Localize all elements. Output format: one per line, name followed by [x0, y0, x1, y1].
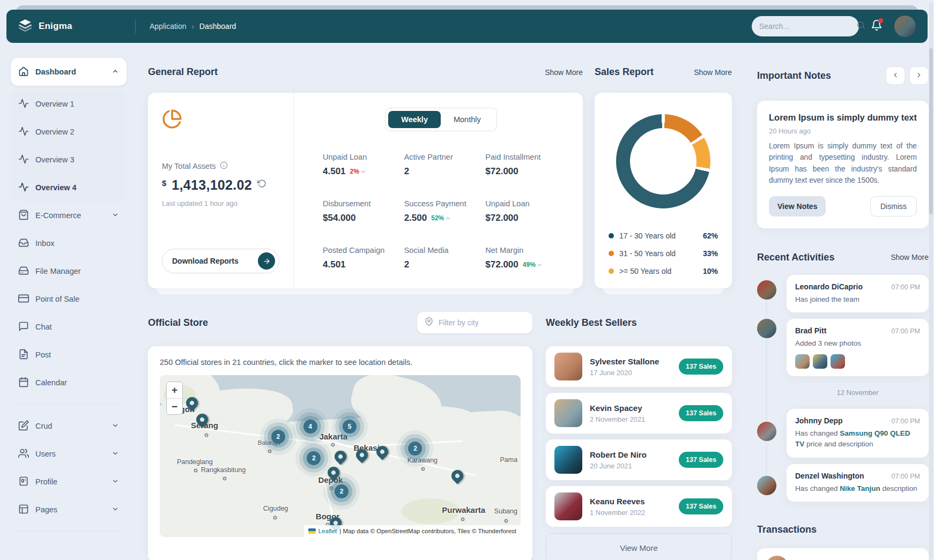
stat-label: Social Media [404, 246, 478, 255]
download-reports-button[interactable]: Download Reports [162, 249, 279, 273]
sidebar-item-file-manager[interactable]: File Manager [11, 257, 127, 285]
profile-avatar[interactable] [894, 16, 916, 37]
sidebar-item-dashboard[interactable]: Dashboard [11, 58, 127, 86]
seller-name: Kevin Spacey [590, 404, 645, 413]
town-marker [505, 519, 508, 522]
zoom-out-button[interactable]: − [167, 398, 182, 414]
cluster-marker[interactable]: 4 [303, 420, 317, 434]
breadcrumb-dashboard[interactable]: Dashboard [199, 22, 236, 31]
scrollbar-thumb[interactable] [929, 48, 933, 214]
best-seller-item[interactable]: Kevin Spacey 2 November 2021 137 Sales [546, 393, 732, 434]
sidebar-divider [16, 531, 121, 532]
sidebar-item-users[interactable]: Users [11, 440, 127, 468]
seller-photo [554, 492, 582, 520]
legend-label: 31 - 50 Years old [619, 249, 698, 258]
avatar [757, 476, 776, 495]
weekly-tab[interactable]: Weekly [388, 111, 441, 128]
sales-badge: 137 Sales [679, 405, 723, 421]
sidebar-item-inbox[interactable]: Inbox [11, 229, 127, 257]
sidebar-item-label: Chat [35, 323, 119, 331]
cluster-marker[interactable]: 2 [271, 430, 285, 444]
legend-dot [609, 251, 614, 256]
leaflet-link[interactable]: Leaflet [318, 528, 337, 534]
filter-by-city-input[interactable] [439, 318, 536, 327]
sidebar-item-chat[interactable]: Chat [11, 313, 127, 341]
stat-label: Unpaid Loan [485, 199, 559, 208]
monthly-tab[interactable]: Monthly [441, 111, 494, 128]
view-more-button[interactable]: View More [546, 533, 732, 560]
sidebar-item-crud[interactable]: Crud [11, 412, 127, 440]
stat-value: $54.000 [323, 213, 355, 223]
sales-report-show-more[interactable]: Show More [694, 68, 732, 77]
sidebar-item-overview-3[interactable]: Overview 3 [11, 146, 127, 174]
notes-prev-button[interactable] [886, 66, 905, 85]
legend-value: 33% [703, 249, 718, 258]
topbar: Enigma Application › Dashboard [6, 10, 928, 43]
trend-up-badge: 52% [431, 214, 451, 222]
sidebar-item-profile[interactable]: Profile [11, 468, 127, 496]
activity-icon [18, 182, 29, 194]
seller-photo [554, 353, 582, 380]
sidebar-overview-group: Overview 1 Overview 2 Overview 3 Overvie… [11, 90, 127, 201]
note-body: Lorem Ipsum is simply dummy text of the … [769, 140, 917, 186]
view-notes-button[interactable]: View Notes [769, 196, 826, 216]
sidebar-item-ecommerce[interactable]: E-Commerce [11, 201, 127, 229]
activity-time: 07:00 PM [891, 473, 920, 480]
breadcrumb-application[interactable]: Application [150, 22, 187, 31]
store-map[interactable]: Serang Balaraja Pandeglang Rangkasbitung… [160, 375, 521, 537]
best-seller-item[interactable]: Robert De Niro 20 June 2021 137 Sales [546, 439, 732, 480]
sales-report-title: Sales Report [595, 66, 654, 78]
photo-thumbnail[interactable] [795, 354, 810, 369]
product-link[interactable]: Nike Tanjun [840, 484, 880, 492]
sales-badge: 137 Sales [679, 498, 723, 514]
breadcrumb-separator: › [192, 23, 194, 31]
best-seller-item[interactable]: Keanu Reeves 1 November 2022 137 Sales [546, 486, 732, 527]
town-marker [461, 517, 465, 521]
cluster-marker[interactable]: 5 [343, 420, 357, 434]
period-toggle: Weekly Monthly [385, 108, 497, 131]
transaction-row[interactable]: Sylvester Stallone +$77 [757, 548, 929, 560]
notifications-button[interactable] [871, 19, 883, 33]
zoom-in-button[interactable]: + [167, 382, 182, 398]
chevron-down-icon [112, 477, 119, 487]
file-text-icon [18, 349, 29, 361]
sidebar-item-point-of-sale[interactable]: Point of Sale [11, 285, 127, 313]
general-report-show-more[interactable]: Show More [545, 68, 583, 77]
activity-icon [18, 126, 29, 138]
stat-label: Posted Campaign [323, 246, 397, 255]
brand[interactable]: Enigma [18, 18, 135, 34]
search-box[interactable] [752, 16, 859, 36]
search-input[interactable] [759, 22, 856, 31]
note-card: Lorem Ipsum is simply dummy text 20 Hour… [757, 101, 929, 228]
filter-by-city-box[interactable] [417, 312, 532, 333]
sidebar-item-overview-4[interactable]: Overview 4 [11, 174, 127, 201]
sidebar-item-pages[interactable]: Pages [11, 496, 127, 524]
shopping-bag-icon [18, 210, 29, 222]
activity-name: Leonardo DiCaprio [795, 282, 863, 291]
sidebar-item-label: Overview 3 [35, 155, 119, 164]
sidebar-item-label: Users [35, 450, 105, 458]
cluster-marker[interactable]: 2 [335, 484, 349, 498]
sidebar-item-calendar[interactable]: Calendar [11, 369, 127, 397]
sidebar-item-post[interactable]: Post [11, 341, 127, 369]
best-seller-item[interactable]: Sylvester Stallone 17 June 2020 137 Sale… [546, 346, 732, 387]
info-icon[interactable] [220, 161, 228, 171]
refresh-icon[interactable] [257, 179, 266, 191]
search-icon [856, 20, 866, 32]
photo-thumbnail[interactable] [813, 354, 827, 369]
map-pin-icon [425, 317, 433, 328]
notification-dot [878, 18, 883, 23]
activities-show-more[interactable]: Show More [891, 253, 929, 262]
map-city-label: Karawang [407, 457, 438, 464]
notes-next-button[interactable] [909, 66, 929, 85]
sidebar-item-overview-2[interactable]: Overview 2 [11, 118, 127, 146]
cluster-marker[interactable]: 2 [408, 442, 422, 456]
dismiss-button[interactable]: Dismiss [870, 196, 917, 216]
town-marker [205, 433, 209, 437]
stat-net-margin: Net Margin $72.000 49% [485, 246, 559, 270]
activity-card: Johnny Depp 07:00 PM Has changed Samsung… [787, 409, 929, 458]
avatar [757, 422, 776, 441]
photo-thumbnail[interactable] [831, 354, 845, 369]
cluster-marker[interactable]: 2 [307, 451, 321, 465]
sidebar-item-overview-1[interactable]: Overview 1 [11, 90, 127, 118]
